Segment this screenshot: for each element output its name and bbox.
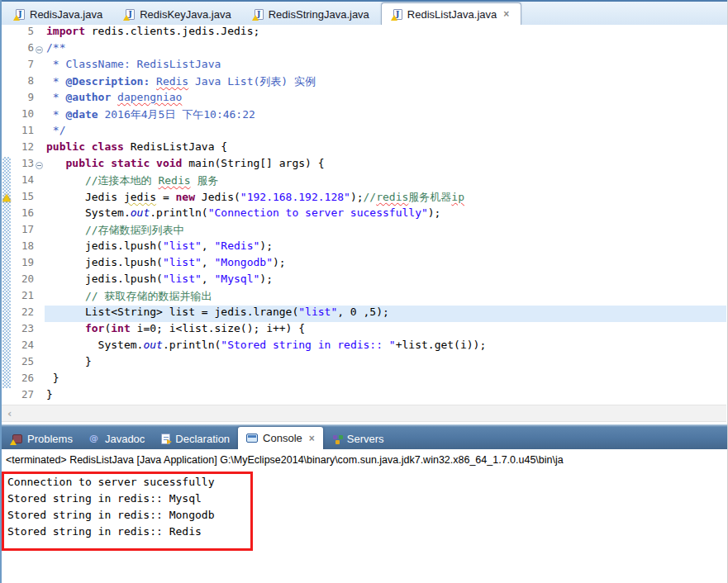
code-line-7: 7 * ClassName: RedisListJava [2, 58, 726, 74]
fold-cell [34, 124, 45, 140]
token [46, 322, 85, 334]
java-file-icon [16, 9, 25, 20]
horizontal-scrollbar[interactable]: ‹ [2, 405, 726, 422]
code-line-14: 14 //连接本地的 Redis 服务 [2, 173, 726, 190]
line-number: 10 [12, 107, 34, 124]
code-area[interactable]: 5import redis.clients.jedis.Jedis;6/**7 … [2, 25, 726, 405]
code-text: * @author dapengniao [45, 91, 726, 107]
warning-icon[interactable] [2, 194, 11, 201]
fold-cell [34, 322, 45, 339]
token: new [176, 191, 195, 203]
view-tab-declaration[interactable]: Declaration [153, 428, 238, 449]
fold-cell [34, 206, 45, 223]
token: * [46, 91, 65, 103]
token [46, 224, 85, 236]
code-text: * ClassName: RedisListJava [45, 58, 726, 74]
fold-cell [34, 388, 45, 405]
code-line-6: 6/** [2, 41, 726, 58]
token: Jedis( [195, 191, 240, 203]
view-tab-servers[interactable]: Servers [323, 428, 393, 449]
line-number: 9 [12, 91, 34, 107]
collapse-icon[interactable] [36, 162, 43, 169]
close-icon[interactable]: × [309, 433, 315, 444]
editor-tab-label: RedisJava.java [30, 8, 102, 21]
code-text: // 获取存储的数据并输出 [45, 289, 726, 306]
collapse-icon[interactable] [36, 46, 43, 54]
token: import [46, 25, 85, 37]
token: */ [46, 124, 65, 136]
console-output-line: Stored string in redis:: Redis [7, 525, 726, 542]
view-tab-label: Servers [347, 433, 384, 445]
fold-cell [34, 173, 45, 190]
code-line-20: 20 jedis.lpush("list", "Mysql"); [2, 273, 726, 289]
scroll-left-icon[interactable]: ‹ [7, 407, 12, 419]
token: "list" [163, 256, 202, 268]
code-line-24: 24 System.out.println("Stored string in … [2, 339, 726, 355]
editor-tab-redisjava-java[interactable]: RedisJava.java [4, 4, 114, 25]
annotation-ruler-cell [2, 107, 12, 124]
fold-marker-cell[interactable] [34, 157, 45, 173]
annotation-ruler-cell [2, 273, 12, 289]
editor-tab-label: RedisKeyJava.java [140, 8, 231, 21]
fold-cell [34, 190, 45, 206]
token: * ClassName: RedisListJava [46, 58, 221, 70]
token: out [143, 339, 162, 351]
token: 服务机器 [408, 191, 451, 203]
annotation-ruler-cell [2, 140, 12, 157]
token: System. [46, 339, 143, 351]
editor-tab-redisstringjava-java[interactable]: RedisStringJava.java [243, 4, 381, 25]
token: "list" [163, 273, 202, 285]
token: jedis.lpush( [46, 239, 163, 252]
fold-cell [34, 74, 45, 91]
view-tab-problems[interactable]: Problems [4, 428, 81, 449]
fold-cell [34, 372, 45, 388]
token: redis.clients.jedis.Jedis; [85, 25, 259, 37]
java-file-icon [126, 9, 135, 20]
line-number: 20 [12, 273, 34, 289]
token [150, 75, 156, 88]
close-icon[interactable]: × [503, 8, 509, 20]
editor-tab-redislistjava-java[interactable]: RedisListJava.java× [381, 2, 521, 25]
code-line-13: 13 public static void main(String[] args… [2, 157, 726, 173]
code-text: Jedis jedis = new Jedis("192.168.192.128… [45, 190, 726, 206]
annotation-ruler-cell [2, 306, 12, 322]
code-text: System.out.println("Stored string in red… [45, 339, 726, 355]
token: out [131, 206, 150, 219]
token: "Stored string in redis:: " [221, 339, 395, 351]
fold-marker-cell[interactable] [34, 41, 45, 58]
fold-cell [34, 58, 45, 74]
code-line-22: 22 List<String> list = jedis.lrange("lis… [2, 306, 726, 322]
code-text: //连接本地的 Redis 服务 [45, 173, 726, 190]
annotation-ruler-cell [2, 124, 12, 140]
fold-cell [34, 239, 45, 256]
token: +list.get(i)); [396, 339, 487, 351]
token [46, 290, 85, 302]
view-tab-label: Console [263, 432, 302, 444]
fold-cell [34, 289, 45, 306]
line-number: 18 [12, 239, 34, 256]
view-tab-console[interactable]: Console× [238, 427, 323, 449]
code-text: jedis.lpush("list", "Redis"); [45, 239, 726, 256]
line-number: 13 [12, 157, 34, 173]
view-tab-label: Problems [27, 433, 73, 445]
code-text: for(int i=0; i<list.size(); i++) { [45, 322, 726, 339]
token: jedis.lpush( [46, 256, 163, 268]
code-line-21: 21 // 获取存储的数据并输出 [2, 289, 726, 306]
view-tab-label: Declaration [175, 433, 230, 445]
token: ); [259, 239, 273, 252]
line-number: 24 [12, 339, 34, 355]
console-output[interactable]: Connection to server sucessfullyStored s… [2, 471, 726, 583]
code-line-18: 18 jedis.lpush("list", "Redis"); [2, 239, 726, 256]
editor-tab-label: RedisListJava.java [407, 8, 497, 21]
console-output-line: Stored string in redis:: Mysql [7, 492, 726, 509]
token: = [156, 191, 175, 203]
token: "Mysql" [215, 273, 260, 285]
code-line-5: 5import redis.clients.jedis.Jedis; [2, 25, 726, 41]
annotation-ruler-cell [2, 25, 12, 41]
view-tab-javadoc[interactable]: Javadoc [81, 428, 153, 449]
editor-tab-rediskeyjava-java[interactable]: RedisKeyJava.java [114, 4, 243, 25]
annotation-ruler-cell [2, 322, 12, 339]
javadoc-icon [89, 434, 100, 444]
token: @author [65, 91, 111, 103]
token: System. [46, 206, 131, 219]
